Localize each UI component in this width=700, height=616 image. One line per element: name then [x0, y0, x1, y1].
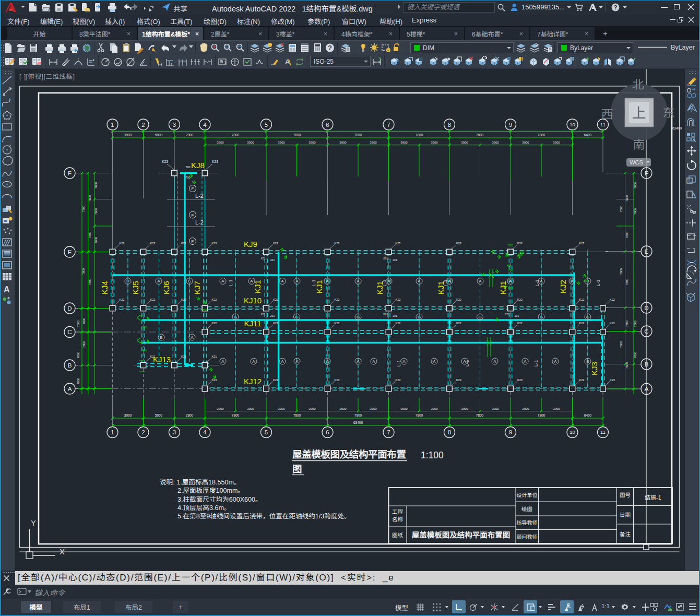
svg-text:K22: K22 [335, 322, 340, 325]
svg-text:K23: K23 [456, 242, 461, 245]
svg-text:A: A [571, 279, 574, 283]
svg-text:H: H [126, 279, 129, 283]
svg-text:KJ1: KJ1 [499, 281, 507, 294]
svg-text:A: A [281, 359, 284, 364]
svg-text:3900: 3900 [553, 141, 560, 144]
svg-text:F: F [68, 170, 72, 176]
svg-text:KJ8: KJ8 [191, 161, 205, 170]
svg-text:10: 10 [570, 122, 575, 127]
svg-text:Y: Y [31, 519, 36, 527]
svg-text:K23: K23 [212, 160, 218, 163]
svg-text:设计单位: 设计单位 [517, 492, 538, 498]
svg-text:A: A [252, 359, 255, 364]
svg-text:A: A [221, 359, 224, 364]
svg-text:7800: 7800 [94, 208, 98, 215]
svg-text:6400: 6400 [584, 133, 592, 137]
svg-text:3900: 3900 [309, 141, 316, 144]
svg-text:K21: K21 [181, 355, 186, 358]
svg-text:3900: 3900 [492, 141, 499, 144]
svg-text:201: 201 [270, 314, 275, 317]
svg-text:300: 300 [508, 287, 514, 290]
svg-text:7800: 7800 [634, 352, 637, 358]
svg-text:7800: 7800 [77, 321, 80, 327]
svg-text:7800: 7800 [476, 413, 484, 417]
svg-text:K23: K23 [273, 378, 278, 382]
svg-text:K22: K22 [396, 322, 401, 325]
svg-text:1: 1 [111, 429, 114, 435]
svg-text:7800: 7800 [293, 133, 301, 137]
svg-text:7800: 7800 [94, 237, 98, 243]
svg-text:63400: 63400 [672, 126, 682, 130]
svg-text:3900: 3900 [247, 141, 254, 144]
svg-text:C: C [67, 329, 72, 335]
svg-text:3900: 3900 [278, 407, 285, 410]
svg-text:K22: K22 [335, 298, 340, 301]
svg-text:3900: 3900 [492, 407, 499, 410]
svg-text:日期: 日期 [620, 512, 631, 518]
svg-text:K21: K21 [212, 355, 217, 358]
svg-text:顾问教师: 顾问教师 [517, 534, 538, 540]
svg-text:11: 11 [600, 429, 606, 435]
svg-text:L-2: L-2 [195, 193, 204, 199]
svg-text:4.顶层层高3.6m。: 4.顶层层高3.6m。 [177, 504, 230, 512]
svg-text:图: 图 [292, 464, 302, 475]
svg-text:L-1: L-1 [465, 360, 470, 367]
svg-text:K23: K23 [212, 378, 217, 382]
svg-text:3900: 3900 [431, 141, 438, 144]
svg-text:K22: K22 [212, 322, 217, 325]
svg-text:K22: K22 [579, 322, 585, 325]
svg-text:KJ7: KJ7 [193, 281, 201, 294]
svg-text:A: A [221, 279, 224, 283]
svg-text:5.在第8至9轴线间设置后浇带，位置在距轴线约1/3跨度处。: 5.在第8至9轴线间设置后浇带，位置在距轴线约1/3跨度处。 [177, 513, 351, 520]
svg-text:7800: 7800 [77, 378, 80, 384]
svg-text:西: 西 [601, 108, 613, 121]
svg-text:7800: 7800 [625, 279, 628, 285]
svg-text:ByLayer: ByLayer [671, 44, 695, 51]
svg-text:700: 700 [185, 165, 190, 169]
svg-text:3900: 3900 [461, 141, 468, 144]
svg-text:B: B [68, 362, 72, 369]
svg-text:3900: 3900 [400, 141, 408, 144]
svg-text:7800: 7800 [625, 195, 628, 202]
svg-text:K23: K23 [579, 378, 585, 382]
svg-text:K23: K23 [150, 242, 156, 245]
svg-text:7800: 7800 [620, 206, 623, 212]
svg-text:3.柱截面尺寸均为600X600。: 3.柱截面尺寸均为600X600。 [177, 496, 262, 503]
svg-text:K23: K23 [273, 242, 278, 245]
svg-text:3900: 3900 [217, 407, 224, 410]
svg-text:7800: 7800 [77, 352, 80, 358]
svg-text:201: 201 [393, 314, 397, 317]
svg-text:7800: 7800 [634, 182, 637, 188]
svg-text:A: A [326, 279, 329, 283]
svg-text:KJ3: KJ3 [590, 362, 599, 375]
svg-text:L-1: L-1 [396, 360, 401, 367]
svg-text:F: F [192, 186, 194, 191]
svg-text:K22: K22 [120, 298, 125, 301]
svg-text:3900: 3900 [124, 133, 132, 137]
svg-text:上: 上 [632, 105, 646, 121]
svg-text:3900: 3900 [522, 407, 529, 410]
svg-text:说明: 1.屋面标高18.550m。: 说明: 1.屋面标高18.550m。 [160, 479, 241, 486]
svg-text:KJ5: KJ5 [131, 281, 140, 294]
svg-text:L-1: L-1 [535, 280, 540, 287]
svg-text:B: B [586, 359, 589, 364]
svg-text:工程: 工程 [392, 508, 403, 515]
svg-text:K22: K22 [150, 298, 156, 301]
svg-text:7800: 7800 [634, 208, 637, 215]
svg-text:KJ11: KJ11 [244, 319, 261, 328]
svg-text:700: 700 [508, 269, 514, 272]
svg-text:L-1: L-1 [228, 280, 233, 287]
svg-text:K23: K23 [396, 242, 401, 245]
svg-text:7: 7 [387, 429, 390, 435]
svg-text:3900: 3900 [553, 407, 560, 410]
svg-text:2800: 2800 [186, 413, 194, 417]
svg-text:A: A [372, 359, 375, 364]
svg-text:K23: K23 [335, 242, 340, 245]
svg-text:700: 700 [185, 176, 190, 179]
svg-text:A: A [554, 359, 557, 364]
svg-text:G: G [234, 315, 237, 319]
svg-text:9: 9 [509, 429, 512, 435]
svg-text:KJ1: KJ1 [436, 281, 445, 294]
svg-text:A: A [524, 359, 527, 364]
svg-text:K23: K23 [181, 242, 186, 245]
